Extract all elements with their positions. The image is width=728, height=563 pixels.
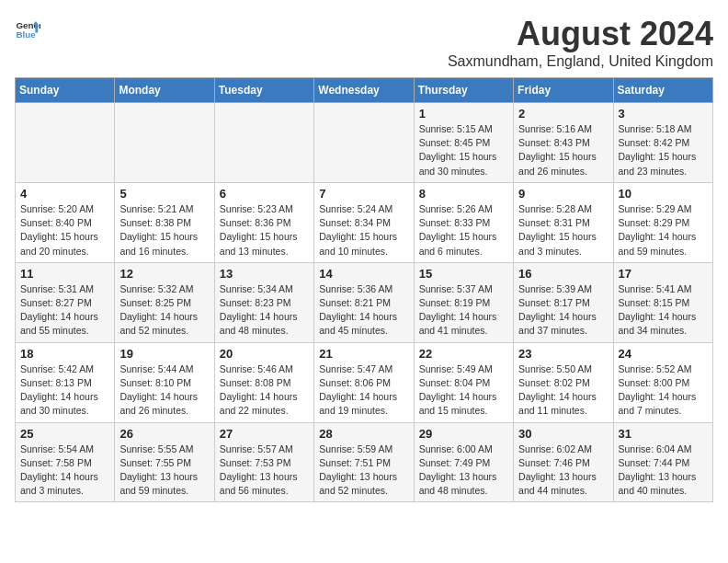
day-number: 26 — [119, 427, 209, 441]
title-block: August 2024 Saxmundham, England, United … — [448, 15, 713, 70]
day-number: 7 — [319, 187, 408, 201]
col-monday: Monday — [115, 78, 214, 103]
calendar-header: Sunday Monday Tuesday Wednesday Thursday… — [16, 78, 713, 103]
day-cell: 27Sunrise: 5:57 AM Sunset: 7:53 PM Dayli… — [214, 422, 313, 502]
day-detail: Sunrise: 5:41 AM Sunset: 8:15 PM Dayligh… — [619, 282, 708, 339]
day-detail: Sunrise: 5:24 AM Sunset: 8:34 PM Dayligh… — [319, 202, 408, 259]
day-number: 20 — [220, 347, 309, 361]
day-number: 23 — [518, 347, 608, 361]
day-number: 1 — [419, 107, 508, 121]
day-number: 3 — [619, 107, 708, 121]
header-row: Sunday Monday Tuesday Wednesday Thursday… — [16, 78, 713, 103]
day-cell: 6Sunrise: 5:23 AM Sunset: 8:36 PM Daylig… — [214, 182, 313, 262]
day-cell: 1Sunrise: 5:15 AM Sunset: 8:45 PM Daylig… — [414, 103, 513, 183]
day-number: 30 — [518, 427, 608, 441]
col-sunday: Sunday — [16, 78, 115, 103]
day-cell: 2Sunrise: 5:16 AM Sunset: 8:43 PM Daylig… — [514, 103, 613, 183]
week-row-2: 11Sunrise: 5:31 AM Sunset: 8:27 PM Dayli… — [16, 262, 713, 342]
day-cell — [16, 103, 115, 183]
week-row-1: 4Sunrise: 5:20 AM Sunset: 8:40 PM Daylig… — [16, 182, 713, 262]
day-cell: 30Sunrise: 6:02 AM Sunset: 7:46 PM Dayli… — [514, 422, 613, 502]
day-detail: Sunrise: 5:55 AM Sunset: 7:55 PM Dayligh… — [119, 442, 209, 499]
day-detail: Sunrise: 5:54 AM Sunset: 7:58 PM Dayligh… — [20, 442, 109, 499]
day-number: 2 — [518, 107, 608, 121]
day-cell: 10Sunrise: 5:29 AM Sunset: 8:29 PM Dayli… — [613, 182, 712, 262]
day-cell: 15Sunrise: 5:37 AM Sunset: 8:19 PM Dayli… — [414, 262, 513, 342]
day-detail: Sunrise: 5:28 AM Sunset: 8:31 PM Dayligh… — [518, 202, 608, 259]
day-number: 25 — [20, 427, 109, 441]
day-detail: Sunrise: 6:00 AM Sunset: 7:49 PM Dayligh… — [419, 442, 508, 499]
day-cell: 12Sunrise: 5:32 AM Sunset: 8:25 PM Dayli… — [115, 262, 214, 342]
day-detail: Sunrise: 5:44 AM Sunset: 8:10 PM Dayligh… — [119, 362, 209, 419]
day-detail: Sunrise: 5:52 AM Sunset: 8:00 PM Dayligh… — [619, 362, 708, 419]
day-number: 29 — [419, 427, 508, 441]
day-number: 24 — [619, 347, 708, 361]
calendar-body: 1Sunrise: 5:15 AM Sunset: 8:45 PM Daylig… — [16, 103, 713, 502]
day-cell — [115, 103, 214, 183]
day-detail: Sunrise: 5:36 AM Sunset: 8:21 PM Dayligh… — [319, 282, 408, 339]
day-cell: 20Sunrise: 5:46 AM Sunset: 8:08 PM Dayli… — [214, 342, 313, 422]
day-detail: Sunrise: 5:46 AM Sunset: 8:08 PM Dayligh… — [220, 362, 309, 419]
day-cell: 31Sunrise: 6:04 AM Sunset: 7:44 PM Dayli… — [613, 422, 712, 502]
day-detail: Sunrise: 5:59 AM Sunset: 7:51 PM Dayligh… — [319, 442, 408, 499]
week-row-4: 25Sunrise: 5:54 AM Sunset: 7:58 PM Dayli… — [16, 422, 713, 502]
day-cell: 28Sunrise: 5:59 AM Sunset: 7:51 PM Dayli… — [314, 422, 414, 502]
day-number: 21 — [319, 347, 408, 361]
svg-text:Blue: Blue — [16, 29, 36, 40]
logo-icon: General Blue — [15, 15, 40, 40]
day-number: 18 — [20, 347, 109, 361]
day-number: 8 — [419, 187, 508, 201]
day-number: 15 — [419, 267, 508, 281]
day-detail: Sunrise: 5:21 AM Sunset: 8:38 PM Dayligh… — [119, 202, 209, 259]
day-cell — [214, 103, 313, 183]
day-number: 13 — [220, 267, 309, 281]
day-cell: 16Sunrise: 5:39 AM Sunset: 8:17 PM Dayli… — [514, 262, 613, 342]
day-detail: Sunrise: 6:02 AM Sunset: 7:46 PM Dayligh… — [518, 442, 608, 499]
col-wednesday: Wednesday — [314, 78, 414, 103]
day-cell: 7Sunrise: 5:24 AM Sunset: 8:34 PM Daylig… — [314, 182, 414, 262]
calendar-table: Sunday Monday Tuesday Wednesday Thursday… — [15, 77, 713, 502]
day-cell: 18Sunrise: 5:42 AM Sunset: 8:13 PM Dayli… — [16, 342, 115, 422]
day-number: 10 — [619, 187, 708, 201]
day-detail: Sunrise: 5:15 AM Sunset: 8:45 PM Dayligh… — [419, 122, 508, 178]
day-detail: Sunrise: 5:26 AM Sunset: 8:33 PM Dayligh… — [419, 202, 508, 259]
day-number: 22 — [419, 347, 508, 361]
day-cell: 14Sunrise: 5:36 AM Sunset: 8:21 PM Dayli… — [314, 262, 414, 342]
day-cell: 3Sunrise: 5:18 AM Sunset: 8:42 PM Daylig… — [613, 103, 712, 183]
day-detail: Sunrise: 5:20 AM Sunset: 8:40 PM Dayligh… — [20, 202, 109, 259]
day-cell: 19Sunrise: 5:44 AM Sunset: 8:10 PM Dayli… — [115, 342, 214, 422]
logo: General Blue — [15, 15, 40, 40]
day-detail: Sunrise: 5:29 AM Sunset: 8:29 PM Dayligh… — [619, 202, 708, 259]
day-number: 11 — [20, 267, 109, 281]
day-cell: 29Sunrise: 6:00 AM Sunset: 7:49 PM Dayli… — [414, 422, 513, 502]
col-thursday: Thursday — [414, 78, 513, 103]
day-number: 28 — [319, 427, 408, 441]
day-cell: 22Sunrise: 5:49 AM Sunset: 8:04 PM Dayli… — [414, 342, 513, 422]
day-detail: Sunrise: 5:18 AM Sunset: 8:42 PM Dayligh… — [619, 122, 708, 178]
day-number: 6 — [220, 187, 309, 201]
day-number: 14 — [319, 267, 408, 281]
page-title: August 2024 — [448, 15, 713, 53]
day-detail: Sunrise: 5:42 AM Sunset: 8:13 PM Dayligh… — [20, 362, 109, 419]
page-subtitle: Saxmundham, England, United Kingdom — [448, 53, 713, 70]
day-detail: Sunrise: 5:34 AM Sunset: 8:23 PM Dayligh… — [220, 282, 309, 339]
day-detail: Sunrise: 5:32 AM Sunset: 8:25 PM Dayligh… — [119, 282, 209, 339]
day-detail: Sunrise: 5:37 AM Sunset: 8:19 PM Dayligh… — [419, 282, 508, 339]
week-row-3: 18Sunrise: 5:42 AM Sunset: 8:13 PM Dayli… — [16, 342, 713, 422]
day-detail: Sunrise: 5:47 AM Sunset: 8:06 PM Dayligh… — [319, 362, 408, 419]
day-detail: Sunrise: 5:23 AM Sunset: 8:36 PM Dayligh… — [220, 202, 309, 259]
day-cell: 26Sunrise: 5:55 AM Sunset: 7:55 PM Dayli… — [115, 422, 214, 502]
day-number: 9 — [518, 187, 608, 201]
day-number: 16 — [518, 267, 608, 281]
day-detail: Sunrise: 5:31 AM Sunset: 8:27 PM Dayligh… — [20, 282, 109, 339]
day-number: 19 — [119, 347, 209, 361]
day-detail: Sunrise: 5:16 AM Sunset: 8:43 PM Dayligh… — [518, 122, 608, 178]
day-number: 31 — [619, 427, 708, 441]
day-cell: 11Sunrise: 5:31 AM Sunset: 8:27 PM Dayli… — [16, 262, 115, 342]
col-tuesday: Tuesday — [214, 78, 313, 103]
day-cell — [314, 103, 414, 183]
day-cell: 25Sunrise: 5:54 AM Sunset: 7:58 PM Dayli… — [16, 422, 115, 502]
day-number: 17 — [619, 267, 708, 281]
day-cell: 21Sunrise: 5:47 AM Sunset: 8:06 PM Dayli… — [314, 342, 414, 422]
day-cell: 24Sunrise: 5:52 AM Sunset: 8:00 PM Dayli… — [613, 342, 712, 422]
